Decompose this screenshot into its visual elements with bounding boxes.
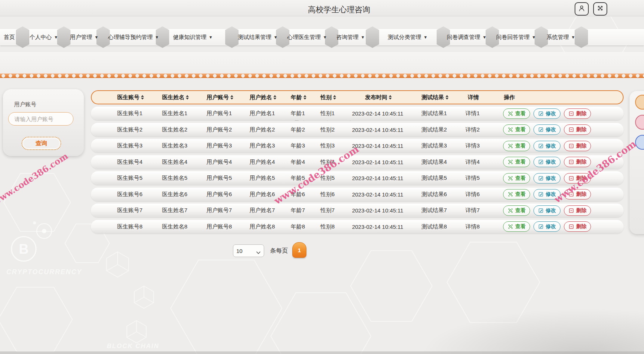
page-1-button[interactable]: 1 [292, 242, 306, 258]
action-label: 查看 [515, 191, 526, 198]
delete-button[interactable]: 删除 [564, 108, 591, 119]
sort-icon[interactable] [446, 95, 448, 100]
edit-button[interactable]: 修改 [533, 141, 561, 151]
edit-button[interactable]: 修改 [533, 108, 561, 119]
nav-item-2[interactable]: 用户管理▼ [70, 29, 99, 45]
caret-down-icon: ▼ [361, 35, 365, 39]
delete-button[interactable]: 删除 [564, 205, 591, 216]
account-input[interactable] [8, 112, 73, 126]
table-cell: 医生姓名5 [152, 175, 197, 182]
minus-square-icon [568, 143, 574, 149]
table-cell: 用户账号3 [197, 142, 242, 149]
sort-icon[interactable] [303, 95, 306, 100]
sort-icon[interactable] [141, 95, 144, 100]
sort-icon[interactable] [333, 95, 336, 100]
action-label: 查看 [515, 159, 526, 165]
column-header-label: 详情 [468, 94, 479, 101]
minus-square-icon [568, 175, 574, 181]
view-button[interactable]: 查看 [503, 173, 530, 184]
minus-square-icon [568, 224, 574, 230]
delete-button[interactable]: 删除 [564, 221, 591, 232]
column-header[interactable]: 医生账号 [108, 94, 153, 101]
minus-square-icon [568, 127, 574, 133]
table-cell: 详情7 [456, 207, 490, 214]
action-label: 修改 [546, 143, 556, 149]
action-label: 删除 [576, 191, 586, 198]
view-button[interactable]: 查看 [503, 108, 530, 119]
view-button[interactable]: 查看 [503, 141, 530, 151]
nav-hexagon-divider [57, 26, 70, 48]
table-cell: 医生姓名7 [152, 207, 197, 214]
table-cell: 医生姓名8 [152, 223, 197, 230]
table-cell: 性别1 [313, 110, 342, 117]
view-button[interactable]: 查看 [503, 205, 530, 216]
fullscreen-toggle-button[interactable] [593, 2, 607, 16]
column-header[interactable]: 医生姓名 [153, 94, 198, 101]
column-header[interactable]: 年龄 [284, 94, 313, 101]
pencil-square-icon [538, 208, 544, 214]
column-header[interactable]: 发布时间 [343, 94, 414, 101]
app-header: 高校学生心理咨询 [0, 0, 644, 16]
table-cell: 医生姓名2 [152, 126, 197, 133]
user-profile-button[interactable] [575, 2, 589, 16]
nav-item-0[interactable]: 首页 [4, 29, 15, 45]
table-row: 医生账号3医生姓名3用户账号3用户姓名3年龄3性别32023-02-14 10:… [91, 139, 624, 153]
table-cell: 年龄5 [283, 175, 313, 182]
table-cell: 医生姓名4 [152, 159, 197, 166]
nav-item-3[interactable]: 心理辅导预约管理▼ [108, 29, 159, 45]
nav-item-11[interactable]: 系统管理▼ [547, 29, 575, 45]
view-button[interactable]: 查看 [503, 157, 530, 167]
nav-item-8[interactable]: 测试分类管理▼ [388, 29, 428, 45]
nav-item-4[interactable]: 健康知识管理▼ [173, 29, 213, 45]
delete-button[interactable]: 删除 [564, 141, 591, 151]
column-header[interactable]: 测试结果 [414, 94, 456, 101]
column-header[interactable]: 用户姓名 [242, 94, 284, 101]
page-size-select[interactable]: 10 [233, 244, 264, 257]
column-header[interactable]: 性别 [313, 94, 343, 101]
table-cell: 性别4 [313, 159, 342, 166]
caret-down-icon: ▼ [155, 35, 159, 39]
delete-button[interactable]: 删除 [564, 189, 591, 199]
view-button[interactable]: 查看 [503, 189, 530, 199]
nav-item-1[interactable]: 个人中心▼ [30, 29, 58, 45]
edit-button[interactable]: 修改 [533, 189, 561, 199]
column-header[interactable]: 用户账号 [198, 94, 242, 101]
sort-icon[interactable] [230, 95, 233, 100]
sort-icon[interactable] [273, 95, 276, 100]
edit-button[interactable]: 修改 [533, 205, 561, 216]
nav-item-7[interactable]: 咨询管理▼ [336, 29, 365, 45]
caret-down-icon: ▼ [571, 35, 575, 39]
table-cell: 用户账号6 [197, 191, 242, 198]
edit-button[interactable]: 修改 [533, 124, 561, 135]
table-cell: 年龄1 [283, 110, 313, 117]
right-panel-blue-circle[interactable] [635, 135, 644, 150]
table-cell: 2023-02-14 10:45:11 [342, 143, 413, 149]
magnifier-icon [507, 224, 513, 230]
right-panel-pink-circle[interactable] [635, 115, 644, 130]
table-row: 医生账号4医生姓名4用户账号4用户姓名4年龄4性别42023-02-14 10:… [91, 155, 624, 169]
nav-item-5[interactable]: 测试结果管理▼ [238, 29, 278, 45]
search-button[interactable]: 查询 [22, 137, 61, 150]
row-actions: 查看修改删除 [490, 173, 624, 184]
nav-item-6[interactable]: 心理医生管理▼ [288, 29, 327, 45]
nav-item-10[interactable]: 问卷回答管理▼ [496, 29, 536, 45]
edit-button[interactable]: 修改 [533, 221, 561, 232]
bg-text-blockchain: BLOCK CHAIN [107, 342, 159, 350]
column-header-label: 医生账号 [117, 94, 139, 101]
edit-button[interactable]: 修改 [533, 157, 561, 167]
action-label: 查看 [515, 143, 526, 149]
delete-button[interactable]: 删除 [564, 173, 591, 184]
delete-button[interactable]: 删除 [564, 124, 591, 135]
right-panel-orange-circle[interactable] [635, 95, 644, 110]
delete-button[interactable]: 删除 [564, 157, 591, 167]
nav-item-9[interactable]: 问卷调查管理▼ [447, 29, 487, 45]
sort-icon[interactable] [186, 95, 189, 100]
nav-item-label: 用户管理 [70, 34, 92, 41]
action-label: 查看 [515, 175, 526, 182]
table-cell: 性别7 [313, 207, 342, 214]
sort-icon[interactable] [389, 95, 392, 100]
edit-button[interactable]: 修改 [533, 173, 561, 184]
view-button[interactable]: 查看 [503, 124, 530, 135]
table-row: 医生账号1医生姓名1用户账号1用户姓名1年龄1性别12023-02-14 10:… [91, 107, 624, 120]
view-button[interactable]: 查看 [503, 221, 530, 232]
